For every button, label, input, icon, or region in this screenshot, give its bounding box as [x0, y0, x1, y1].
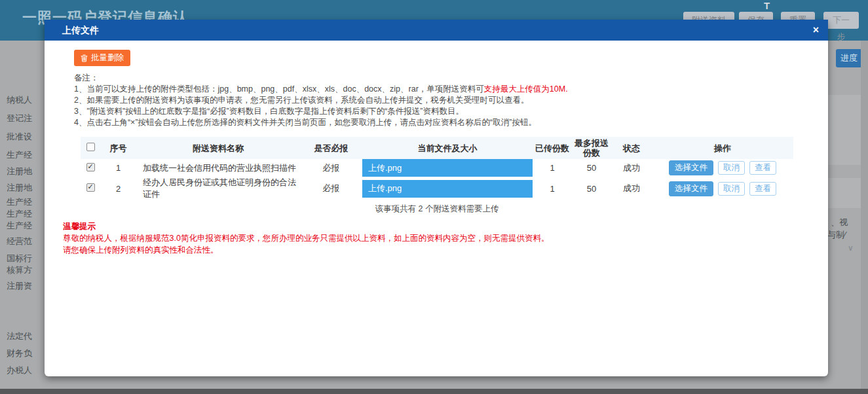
note-line-2: 2、如果需要上传的附送资料为该事项的申请表，您无需另行上传该资料，系统会自动上传… [74, 95, 828, 106]
row-status: 成功 [611, 183, 652, 194]
row-seq: 2 [100, 184, 136, 194]
form-label-production4: 生产经 [7, 220, 32, 232]
close-icon[interactable]: × [813, 24, 819, 37]
table-row: 1 加载统一社会信用代码的营业执照扫描件 必报 上传.png 1 50 成功 选… [81, 159, 793, 177]
tips-block: 温馨提示 尊敬的纳税人，根据纳服规范3.0简化申报资料的要求，您所办理的业务只需… [63, 221, 828, 256]
row-uploaded-count: 1 [533, 184, 572, 194]
note-line-1: 1、当前可以支持上传的附件类型包括：jpg、bmp、png、pdf、xlsx、x… [74, 84, 828, 95]
form-label-finance: 财务负 [7, 348, 32, 359]
batch-delete-button[interactable]: 批量删除 [74, 50, 130, 66]
cancel-button[interactable]: 取消 [718, 182, 745, 196]
row-max-count: 50 [572, 163, 611, 173]
select-all-checkbox[interactable] [86, 143, 95, 151]
background-text-fragment: 、视 [831, 217, 848, 228]
header-required: 是否必报 [300, 142, 362, 154]
table-footer-note: 该事项共有 2 个附送资料需要上传 [81, 204, 793, 215]
header-file: 当前文件及大小 [362, 142, 533, 154]
row-status: 成功 [611, 162, 652, 174]
next-step-button[interactable]: 下一步 [823, 12, 859, 29]
table-header-row: 序号 附送资料名称 是否必报 当前文件及大小 已传份数 最多报送份数 状态 操作 [81, 137, 793, 159]
form-label-tax-agent: 办税人 [7, 365, 32, 376]
form-label-approval: 批准设 [7, 131, 32, 143]
form-label-capital: 注册资 [7, 280, 32, 292]
dialog-body: 批量删除 备注： 1、当前可以支持上传的附件类型包括：jpg、bmp、png、p… [45, 41, 828, 256]
form-label-industry: 国标行 [7, 253, 32, 264]
row-attachment-name: 经办人居民身份证或其他证明身份的合法证件 [136, 177, 300, 200]
chevron-down-icon: ∨ [848, 243, 854, 253]
form-label-address: 注册地 [7, 166, 32, 177]
note-highlight: 支持最大上传值为10M. [484, 84, 568, 94]
note-line-4: 4、点击右上角“×”按钮会自动上传您所选择的资料文件并关闭当前页面，如您要取消上… [74, 117, 828, 128]
notes-block: 备注： 1、当前可以支持上传的附件类型包括：jpg、bmp、png、pdf、xl… [74, 73, 828, 128]
background-text-fragment: 与制∕ [827, 229, 846, 241]
dialog-header: 上传文件 × [45, 20, 828, 41]
form-label-legal-rep: 法定代 [7, 331, 32, 342]
header-name: 附送资料名称 [136, 142, 300, 154]
row-checkbox[interactable] [86, 183, 95, 192]
row-file-name: 上传.png [362, 159, 533, 177]
choose-file-button[interactable]: 选择文件 [669, 160, 713, 175]
dialog-title: 上传文件 [62, 25, 99, 37]
tips-title: 温馨提示 [63, 221, 828, 232]
notes-title: 备注： [74, 73, 828, 84]
choose-file-button[interactable]: 选择文件 [669, 181, 713, 196]
view-button[interactable]: 查看 [749, 161, 776, 175]
tips-line-1: 尊敬的纳税人，根据纳服规范3.0简化申报资料的要求，您所办理的业务只需提供以上资… [63, 232, 828, 244]
row-required: 必报 [300, 183, 362, 194]
row-uploaded-count: 1 [533, 163, 572, 173]
form-label-registration: 登记注 [7, 113, 32, 124]
batch-delete-label: 批量删除 [91, 52, 124, 63]
header-max: 最多报送份数 [572, 137, 611, 159]
form-label-accounting: 核算方 [7, 264, 32, 276]
attachments-table: 序号 附送资料名称 是否必报 当前文件及大小 已传份数 最多报送份数 状态 操作… [81, 137, 793, 200]
row-max-count: 50 [572, 184, 611, 194]
form-label-address2: 注册地 [7, 182, 32, 194]
background-right-strip [861, 41, 868, 394]
cursor-decor: T [764, 0, 770, 11]
cancel-button[interactable]: 取消 [718, 161, 745, 175]
row-checkbox[interactable] [86, 163, 95, 171]
header-status: 状态 [611, 142, 652, 154]
form-label-taxpayer: 纳税人 [7, 94, 32, 106]
header-actions: 操作 [652, 142, 793, 154]
note-line-3: 3、"附送资料"按钮上的红底数字是指“必报”资料数目，白底数字是指上传资料后剩下… [74, 106, 828, 117]
table-row: 2 经办人居民身份证或其他证明身份的合法证件 必报 上传.png 1 50 成功… [81, 177, 793, 200]
progress-button[interactable]: 进度 [836, 49, 862, 67]
row-attachment-name: 加载统一社会信用代码的营业执照扫描件 [136, 162, 300, 174]
tips-line-2: 请您确保上传附列资料的真实性和合法性。 [63, 244, 828, 256]
view-button[interactable]: 查看 [749, 182, 776, 196]
upload-dialog: 上传文件 × 批量删除 备注： 1、当前可以支持上传的附件类型包括：jpg、bm… [45, 20, 828, 376]
form-label-production3: 生产经 [7, 208, 32, 220]
form-label-business-scope: 经营范 [7, 236, 32, 247]
row-file-name: 上传.png [362, 180, 533, 198]
background-bottom-bar [0, 389, 868, 394]
trash-icon [81, 54, 88, 62]
header-uploaded: 已传份数 [533, 142, 572, 154]
header-seq: 序号 [100, 142, 136, 154]
row-required: 必报 [300, 162, 362, 174]
background-field-block [828, 178, 861, 208]
form-label-production2: 生产经 [7, 196, 32, 208]
background-field-block [828, 95, 861, 165]
row-seq: 1 [100, 163, 136, 173]
form-label-production: 生产经 [7, 149, 32, 161]
